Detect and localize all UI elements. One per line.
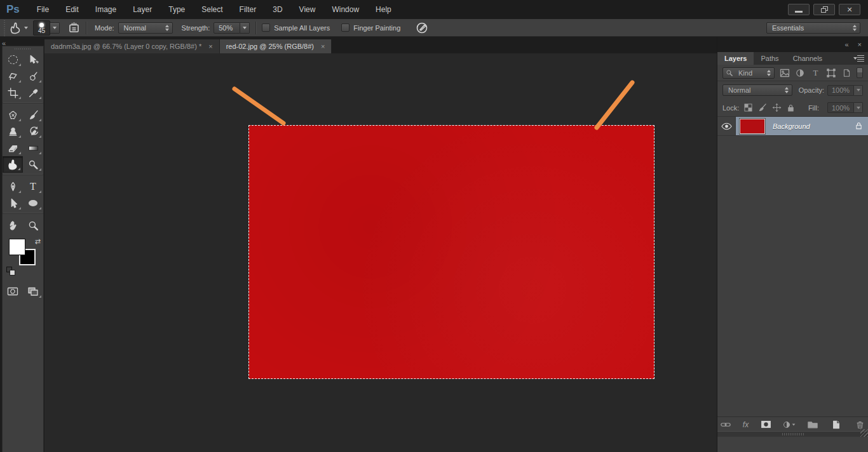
lock-transparent-icon[interactable] [744, 103, 752, 112]
tool-preset-picker[interactable] [9, 22, 28, 34]
tools-panel-grip[interactable] [3, 46, 43, 51]
swap-colors-icon[interactable]: ⇄ [35, 237, 41, 246]
close-button[interactable]: ✕ [839, 4, 860, 15]
mode-label: Mode: [95, 24, 114, 32]
type-tool[interactable]: T [23, 178, 43, 195]
type-layer-filter-icon[interactable]: T [810, 67, 821, 78]
kind-filter-dropdown[interactable]: Kind [722, 67, 775, 79]
lock-position-icon[interactable] [772, 103, 782, 112]
adjustment-layer-icon[interactable] [783, 419, 796, 430]
smudge-strokes [44, 53, 717, 452]
menu-view[interactable]: View [291, 0, 324, 19]
brush-preset-caret[interactable] [50, 22, 60, 34]
lock-all-icon[interactable] [787, 103, 795, 112]
quick-selection-tool[interactable] [23, 68, 43, 84]
collapse-panels-icon[interactable]: « [844, 41, 848, 48]
eraser-icon [8, 143, 18, 154]
smart-object-filter-icon[interactable] [841, 67, 852, 78]
close-panel-icon[interactable]: × [858, 41, 862, 48]
tablet-pressure-button[interactable] [416, 22, 428, 33]
new-group-icon[interactable] [806, 419, 819, 430]
menu-type[interactable]: Type [160, 0, 193, 19]
polygonal-lasso-tool[interactable] [3, 68, 23, 84]
path-selection-tool[interactable] [3, 195, 23, 211]
history-brush-tool[interactable] [23, 123, 43, 140]
document-tab-2[interactable]: red-02.jpg @ 25% (RGB/8#) × [220, 39, 332, 53]
menu-file[interactable]: File [29, 0, 57, 19]
layer-row-background[interactable]: Background [717, 117, 868, 136]
new-layer-icon[interactable] [830, 419, 843, 430]
dock-header: « × [717, 37, 868, 52]
hand-tool[interactable] [3, 217, 23, 234]
fill-value-field[interactable]: 100% [827, 102, 854, 113]
workspace-switcher[interactable]: Essentials [766, 22, 860, 34]
eraser-tool[interactable] [3, 140, 23, 156]
resize-grip-icon[interactable] [860, 429, 868, 437]
panel-resize-handle[interactable] [782, 433, 804, 435]
screen-mode-button[interactable] [23, 283, 43, 300]
quick-mask-button[interactable] [3, 283, 23, 300]
pen-tool[interactable] [3, 178, 23, 195]
default-colors-icon[interactable] [6, 267, 15, 276]
menu-filter[interactable]: Filter [231, 0, 265, 19]
options-bar-grip[interactable] [0, 19, 5, 37]
gradient-tool[interactable] [23, 140, 43, 156]
tab-close-icon[interactable]: × [207, 43, 214, 50]
link-layers-icon[interactable] [719, 419, 732, 430]
sample-all-layers-option[interactable]: Sample All Layers [262, 23, 330, 32]
orange-stroke-left [234, 89, 283, 123]
tab-close-icon[interactable]: × [320, 43, 326, 50]
sample-all-layers-checkbox[interactable] [262, 23, 270, 32]
zoom-tool[interactable] [23, 217, 43, 234]
layer-mask-icon[interactable] [759, 419, 772, 430]
mode-dropdown[interactable]: Normal [118, 22, 173, 34]
crop-tool[interactable] [3, 84, 23, 101]
tab-layers[interactable]: Layers [717, 52, 754, 65]
patch-tool[interactable] [3, 107, 23, 123]
toggle-brush-panel-button[interactable] [67, 22, 80, 33]
layer-thumbnail[interactable] [740, 119, 765, 134]
lock-paint-icon[interactable] [757, 103, 767, 112]
layer-row-main[interactable]: Background [736, 117, 868, 135]
tab-channels[interactable]: Channels [786, 52, 829, 65]
brush-preset-picker[interactable]: 45 [33, 20, 50, 36]
shape-layer-filter-icon[interactable] [825, 67, 836, 78]
canvas-area[interactable] [44, 53, 717, 452]
clone-stamp-tool[interactable] [3, 123, 23, 140]
elliptical-marquee-tool[interactable] [3, 51, 23, 68]
pixel-layer-filter-icon[interactable] [779, 67, 790, 78]
minimize-button[interactable] [788, 4, 810, 15]
strength-value-field[interactable]: 50% [214, 22, 240, 34]
opacity-slider-caret[interactable] [854, 85, 863, 96]
strength-slider-caret[interactable] [240, 22, 250, 34]
fill-slider-caret[interactable] [854, 102, 863, 113]
ellipse-shape-tool[interactable] [23, 195, 43, 211]
layer-filtering-toggle[interactable] [857, 67, 863, 78]
menu-image[interactable]: Image [87, 0, 125, 19]
layer-visibility-cell[interactable] [717, 117, 736, 135]
foreground-color-swatch[interactable] [9, 239, 25, 255]
adjustment-layer-filter-icon[interactable] [794, 67, 805, 78]
blend-mode-dropdown[interactable]: Normal [722, 84, 792, 96]
document-tab-1[interactable]: dadnm3a.jpg @ 66.7% (Layer 0 copy, RGB/8… [44, 39, 220, 53]
brush-tool[interactable] [23, 107, 43, 123]
move-tool[interactable] [23, 51, 43, 68]
smudge-tool[interactable] [3, 156, 23, 173]
panel-menu-icon[interactable] [854, 55, 864, 62]
restore-button[interactable] [813, 4, 835, 15]
menu-layer[interactable]: Layer [125, 0, 160, 19]
dodge-tool[interactable] [23, 156, 43, 173]
layer-style-icon[interactable]: fx [743, 420, 749, 429]
delete-layer-icon[interactable] [853, 419, 866, 430]
opacity-value-field[interactable]: 100% [827, 85, 854, 96]
menu-3d[interactable]: 3D [264, 0, 290, 19]
finger-painting-checkbox[interactable] [341, 23, 349, 32]
menu-select[interactable]: Select [193, 0, 231, 19]
menu-edit[interactable]: Edit [57, 0, 87, 19]
menu-help[interactable]: Help [367, 0, 400, 19]
eyedropper-tool[interactable] [23, 84, 43, 101]
tab-paths[interactable]: Paths [754, 52, 785, 65]
dock-footer [717, 432, 868, 437]
finger-painting-option[interactable]: Finger Painting [341, 23, 400, 32]
menu-window[interactable]: Window [323, 0, 367, 19]
